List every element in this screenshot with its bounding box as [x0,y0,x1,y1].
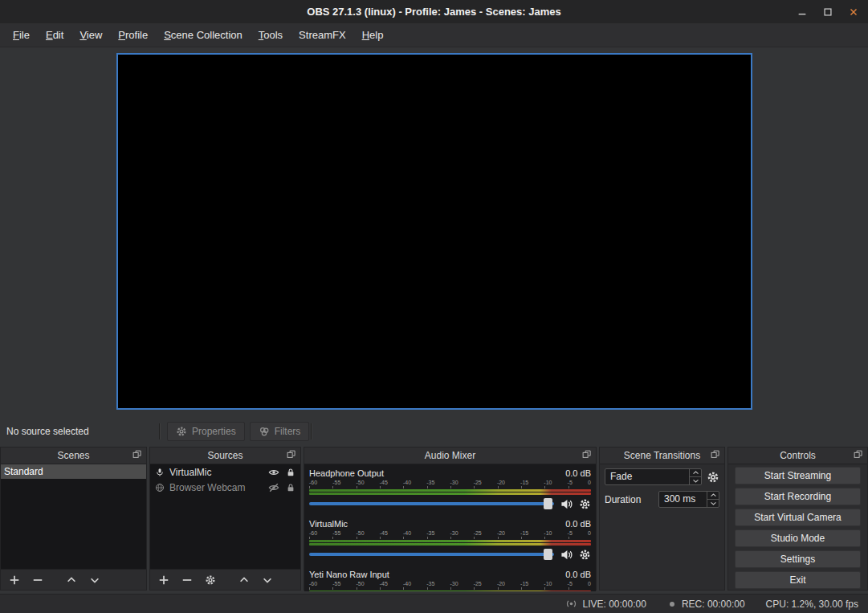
mixer-level-db: 0.0 dB [565,519,591,529]
scale-tick-label: -50 [356,530,364,537]
scene-move-up-button[interactable] [66,574,77,586]
scenes-title: Scenes [57,450,89,461]
menu-file[interactable]: File [5,25,38,45]
minimize-button[interactable] [796,6,809,18]
studio-mode-button[interactable]: Studio Mode [735,529,861,547]
scale-tick-label: -55 [332,530,340,537]
audio-mixer-title: Audio Mixer [425,450,475,461]
scene-move-down-button[interactable] [89,574,100,586]
preview-canvas[interactable] [116,53,752,410]
scale-tick-label: -10 [544,530,552,537]
cpu-fps-text: CPU: 1.2%, 30.00 fps [766,599,858,610]
close-button[interactable] [847,6,860,18]
properties-label: Properties [192,426,236,437]
controls-header: Controls [728,447,867,464]
audio-mixer-body: Headphone Output 0.0 dB -60-55-50-45-40-… [304,464,596,591]
source-item-virtualmic[interactable]: VirtualMic [150,464,300,480]
start-virtual-camera-button[interactable]: Start Virtual Camera [735,509,861,526]
speaker-mute-icon[interactable] [560,498,573,510]
mixer-level-db: 0.0 dB [565,468,591,478]
source-properties-gear-button[interactable] [205,574,216,586]
meter-scale: -60-55-50-45-40-35-30-25-20-15-10-50 [309,480,591,486]
popout-icon[interactable] [132,450,142,460]
volume-slider[interactable] [309,498,554,509]
spin-down-icon[interactable] [690,476,701,484]
window-title: OBS 27.1.3 (linux) - Profile: James - Sc… [307,6,560,18]
meter-ruler [309,537,591,539]
scene-transitions-body: Fade Duration 300 ms [600,464,724,512]
lock-icon[interactable] [286,483,295,492]
source-move-up-button[interactable] [238,574,250,586]
filters-button[interactable]: Filters [250,422,310,441]
scene-name: Standard [4,466,43,477]
sources-title: Sources [207,450,242,461]
meter-ruler [309,486,591,488]
menu-profile[interactable]: Profile [110,25,156,45]
menu-streamfx[interactable]: StreamFX [291,25,354,45]
scenes-panel: Scenes Standard [0,447,147,591]
menu-help[interactable]: Help [354,25,392,45]
scale-tick-label: 0 [588,581,591,587]
menu-view[interactable]: View [71,25,110,45]
speaker-mute-icon[interactable] [560,549,573,561]
source-item-browser-webcam[interactable]: Browser Webcam [150,480,300,495]
maximize-button[interactable] [821,6,834,18]
menu-scene-collection[interactable]: Scene Collection [156,25,251,45]
spin-down-icon[interactable] [707,499,719,507]
visibility-eye-icon[interactable] [268,467,279,478]
spin-up-icon[interactable] [690,469,701,476]
add-source-button[interactable] [158,574,169,586]
rec-time: REC: 00:00:00 [682,599,745,610]
properties-button[interactable]: Properties [167,422,245,441]
popout-icon[interactable] [711,450,720,460]
exit-button[interactable]: Exit [735,571,861,589]
scale-tick-label: -35 [426,581,434,587]
broadcast-icon [565,598,577,610]
scenes-toolbar [1,569,146,590]
slider-handle[interactable] [544,498,552,509]
remove-scene-button[interactable] [32,574,43,586]
duration-value: 300 ms [659,492,707,507]
start-streaming-button[interactable]: Start Streaming [735,467,861,484]
popout-icon[interactable] [854,450,863,460]
window-controls [796,0,860,23]
mixer-gear-icon[interactable] [579,498,591,510]
scale-tick-label: -30 [450,530,458,537]
mixer-gear-icon[interactable] [579,549,591,561]
duration-spinbox[interactable]: 300 ms [658,491,719,508]
microphone-icon [155,468,165,477]
transition-select[interactable]: Fade [605,468,702,485]
spin-up-icon[interactable] [707,492,719,499]
visibility-eye-off-icon[interactable] [268,482,279,493]
add-scene-button[interactable] [9,574,20,586]
volume-slider[interactable] [309,549,554,560]
audio-mixer-header: Audio Mixer [304,447,596,464]
rec-status: REC: 00:00:00 [667,599,745,610]
filters-label: Filters [275,426,301,437]
menu-edit[interactable]: Edit [38,25,71,45]
controls-title: Controls [780,450,816,461]
transition-gear-icon[interactable] [707,471,719,484]
scale-tick-label: 0 [588,530,591,537]
slider-handle[interactable] [544,549,552,560]
sources-toolbar [150,569,300,590]
toolbar-separator [311,423,312,439]
remove-source-button[interactable] [181,574,193,586]
source-move-down-button[interactable] [262,574,273,586]
scale-tick-label: -25 [474,530,482,537]
settings-button[interactable]: Settings [735,550,861,568]
lock-icon[interactable] [286,468,295,477]
scale-tick-label: -55 [332,581,340,587]
sources-panel: Sources VirtualMic Browser Webcam [149,447,301,591]
scale-tick-label: -15 [520,581,528,587]
menu-tools[interactable]: Tools [251,25,291,45]
start-recording-button[interactable]: Start Recording [735,488,861,505]
source-toolbar: No source selected Properties Filters [0,420,868,443]
scale-tick-label: -50 [356,480,364,486]
popout-icon[interactable] [582,450,592,460]
scene-item-standard[interactable]: Standard [1,464,146,479]
scale-tick-label: -5 [568,581,573,587]
popout-icon[interactable] [287,450,296,460]
filters-icon [259,426,270,437]
scale-tick-label: -60 [309,480,317,486]
